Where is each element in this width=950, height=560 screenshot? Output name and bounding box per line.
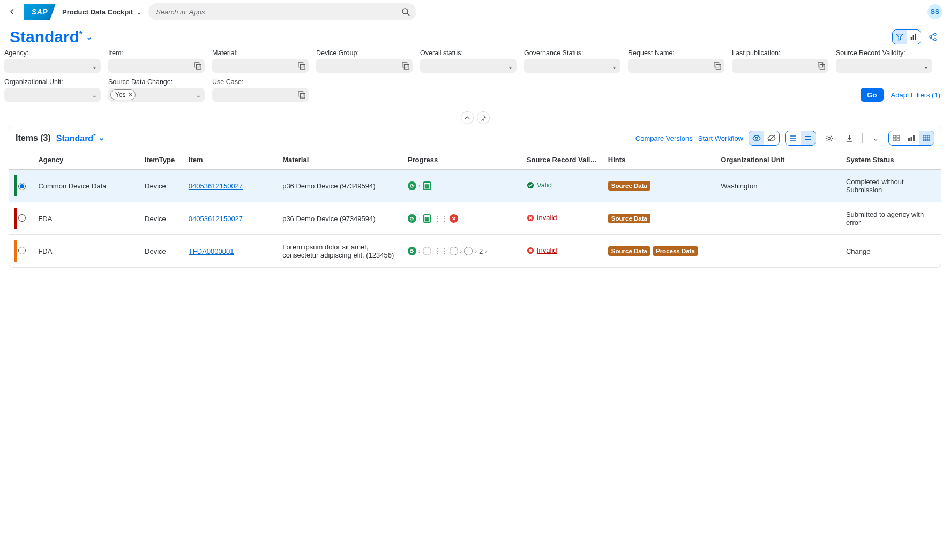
table-row[interactable]: FDA Device TFDA0000001 Lorem ipsum dolor…: [9, 235, 941, 268]
drag-icon: ⋮⋮: [433, 214, 447, 223]
svg-rect-15: [300, 93, 305, 98]
col-sys[interactable]: System Status: [841, 150, 941, 170]
filter-item[interactable]: [108, 59, 205, 73]
validity-invalid[interactable]: Invalid: [527, 246, 557, 254]
table-settings-button[interactable]: [821, 131, 836, 145]
export-button[interactable]: [842, 131, 857, 145]
validity-invalid[interactable]: Invalid: [527, 214, 557, 222]
chevron-down-icon: ⌄: [136, 8, 142, 16]
filter-request-name[interactable]: [628, 59, 724, 73]
bar-chart-icon: [910, 33, 917, 41]
svg-rect-12: [818, 63, 823, 67]
density-cozy[interactable]: [801, 131, 816, 145]
col-progress[interactable]: Progress: [402, 150, 521, 170]
svg-rect-22: [908, 138, 910, 141]
export-menu-button[interactable]: ⌄: [868, 131, 883, 145]
table-row[interactable]: Common Device Data Device 04053612150027…: [9, 170, 941, 202]
variant-name: Standard: [10, 28, 79, 46]
layout-chart[interactable]: [904, 131, 919, 145]
step-open-icon: [423, 247, 431, 255]
col-material[interactable]: Material: [277, 150, 402, 170]
cell-material: p36 Demo Device (97349594): [277, 202, 402, 235]
filter-governance-status[interactable]: ⌄: [524, 59, 620, 73]
row-radio[interactable]: [18, 214, 26, 222]
filter-last-publication[interactable]: [732, 59, 828, 73]
col-org[interactable]: Organizational Unit: [715, 150, 841, 170]
value-help-icon[interactable]: [194, 62, 201, 70]
compare-versions-label: Compare Versions: [635, 134, 693, 142]
density-compact[interactable]: [786, 131, 801, 145]
chevron-down-icon: ⌄: [611, 62, 617, 70]
item-link[interactable]: TFDA0000001: [189, 247, 234, 255]
filter-source-record-validity[interactable]: ⌄: [836, 59, 932, 73]
chevron-down-icon: ⌄: [99, 134, 104, 142]
value-help-icon[interactable]: [818, 62, 825, 70]
svg-rect-19: [897, 135, 900, 138]
cell-hints: Source DataProcess Data: [603, 235, 715, 268]
item-link[interactable]: 04053612150027: [189, 182, 243, 190]
token-remove-icon[interactable]: ✕: [128, 92, 133, 99]
filter-agency[interactable]: ⌄: [4, 59, 101, 73]
step-error-icon: ✕: [450, 214, 458, 223]
go-button[interactable]: Go: [861, 88, 884, 102]
pin-header-button[interactable]: [477, 111, 490, 124]
table-row[interactable]: FDA Device 04053612150027 p36 Demo Devic…: [9, 202, 941, 235]
value-help-icon[interactable]: [298, 91, 305, 99]
row-radio[interactable]: [18, 247, 26, 254]
hide-button[interactable]: [764, 131, 779, 145]
table-items-title: Items (3): [16, 133, 51, 143]
collapse-header-button[interactable]: [461, 111, 474, 124]
col-srv[interactable]: Source Record Vali…: [521, 150, 603, 170]
filter-organizational-unit[interactable]: ⌄: [4, 88, 101, 102]
svg-rect-25: [923, 135, 930, 141]
item-link[interactable]: 04053612150027: [189, 215, 243, 223]
col-agency[interactable]: Agency: [33, 150, 139, 170]
layout-table[interactable]: [919, 131, 934, 145]
col-itemtype[interactable]: ItemType: [139, 150, 183, 170]
value-help-icon[interactable]: [714, 62, 721, 70]
search-icon: [401, 7, 410, 16]
table-variant-selector[interactable]: Standard* ⌄: [56, 133, 105, 143]
value-help-icon[interactable]: [402, 62, 409, 70]
filter-use-case[interactable]: [212, 88, 309, 102]
filter-material[interactable]: [212, 59, 309, 73]
app-title-dropdown[interactable]: Product Data Cockpit ⌄: [62, 8, 142, 16]
filter-source-data-change[interactable]: Yes✕ ⌄: [108, 88, 205, 102]
adapt-filters-link[interactable]: Adapt Filters (1): [891, 91, 940, 99]
filter-overall-status[interactable]: ⌄: [420, 59, 517, 73]
view-toggle-filter[interactable]: [893, 30, 907, 44]
start-workflow-link[interactable]: Start Workflow: [698, 134, 743, 142]
share-button[interactable]: [925, 29, 940, 44]
col-hints[interactable]: Hints: [603, 150, 715, 170]
cell-progress: ⟳› ⋮⋮ › › 2›: [402, 235, 521, 268]
compare-versions-link[interactable]: Compare Versions: [635, 134, 693, 142]
filter-label-last-publication: Last publication:: [732, 49, 828, 57]
x-circle-icon: [527, 247, 534, 254]
hint-badge: Source Data: [608, 246, 650, 256]
filter-label-governance-status: Governance Status:: [524, 49, 620, 57]
visibility-toggle: [749, 131, 780, 146]
svg-rect-6: [298, 63, 303, 67]
filter-device-group[interactable]: [316, 59, 413, 73]
cell-itemtype: Device: [139, 170, 183, 202]
user-avatar[interactable]: SS: [927, 4, 942, 19]
col-item[interactable]: Item: [183, 150, 277, 170]
go-button-label: Go: [867, 91, 877, 99]
token-text: Yes: [115, 91, 126, 99]
layout-cards[interactable]: [889, 131, 904, 145]
filter-token-yes[interactable]: Yes✕: [110, 89, 136, 100]
back-button[interactable]: [8, 7, 17, 17]
shell-search[interactable]: Search in: Apps: [148, 3, 416, 20]
view-toggle-chart[interactable]: [907, 30, 921, 44]
cell-progress: ⟳› ▦ ⋮⋮ ✕: [402, 202, 521, 235]
row-radio[interactable]: [18, 183, 26, 190]
variant-selector[interactable]: Standard* ⌄: [10, 28, 92, 46]
step-done-icon: ⟳: [408, 247, 416, 255]
value-help-icon[interactable]: [298, 62, 305, 70]
validity-valid[interactable]: Valid: [527, 181, 552, 189]
show-button[interactable]: [749, 131, 764, 145]
chevron-up-icon: [465, 115, 470, 120]
list-icon: [789, 135, 797, 141]
filter-label-use-case: Use Case:: [212, 78, 309, 86]
row-indicator: [9, 202, 13, 235]
